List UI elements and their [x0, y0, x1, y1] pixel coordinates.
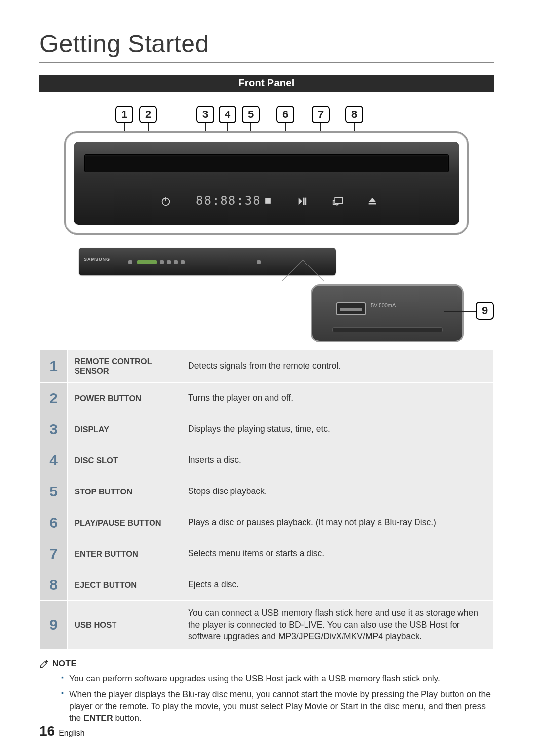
note-list: You can perform software upgrades using … — [39, 673, 494, 724]
row-desc: Selects menu items or starts a disc. — [181, 538, 494, 569]
stop-icon — [263, 196, 273, 208]
row-number: 7 — [40, 538, 68, 569]
row-name: STOP BUTTON — [68, 476, 181, 507]
page-language: English — [59, 729, 84, 738]
table-row: 6PLAY/PAUSE BUTTONPlays a disc or pauses… — [40, 507, 494, 538]
callout-9-lead — [444, 311, 476, 312]
row-name: EJECT BUTTON — [68, 569, 181, 601]
page-footer: 16 English — [39, 723, 85, 739]
enter-icon — [332, 196, 344, 209]
row-name: DISC SLOT — [68, 445, 181, 476]
row-desc: Detects signals from the remote control. — [181, 350, 494, 383]
device-body: 88:88:38 — [74, 142, 459, 225]
row-desc: Plays a disc or pauses playback. (It may… — [181, 507, 494, 538]
row-number: 5 — [40, 476, 68, 507]
power-icon — [160, 196, 171, 209]
front-panel-diagram: 12345678 88:88:38 — [39, 92, 494, 343]
table-row: 2POWER BUTTONTurns the player on and off… — [40, 383, 494, 414]
disc-slot-graphic — [84, 154, 449, 172]
page-number: 16 — [39, 723, 55, 739]
callout-4: 4 — [219, 106, 236, 123]
table-row: 4DISC SLOTInserts a disc. — [40, 445, 494, 476]
callout-2: 2 — [139, 106, 157, 123]
svg-rect-5 — [305, 198, 306, 205]
svg-rect-2 — [265, 198, 271, 204]
svg-rect-6 — [335, 197, 342, 203]
table-row: 7ENTER BUTTONSelects menu items or start… — [40, 538, 494, 569]
section-title-bar: Front Panel — [39, 75, 494, 92]
row-number: 8 — [40, 569, 68, 601]
row-name: POWER BUTTON — [68, 383, 181, 414]
brand-label: SAMSUNG — [84, 257, 110, 262]
enter-strong: ENTER — [83, 713, 113, 723]
callout-5: 5 — [242, 106, 260, 123]
row-desc: Turns the player on and off. — [181, 383, 494, 414]
row-number: 9 — [40, 601, 68, 650]
table-row: 1REMOTE CONTROL SENSORDetects signals fr… — [40, 350, 494, 383]
row-name: USB HOST — [68, 601, 181, 650]
front-panel-table: 1REMOTE CONTROL SENSORDetects signals fr… — [39, 349, 494, 650]
usb-port-icon — [336, 302, 366, 315]
svg-rect-9 — [369, 203, 376, 205]
table-row: 5STOP BUTTONStops disc playback. — [40, 476, 494, 507]
pencil-icon — [39, 659, 49, 669]
usb-port-panel: 5V 500mA — [311, 284, 464, 342]
svg-marker-3 — [299, 198, 302, 205]
callout-3: 3 — [196, 106, 214, 123]
row-desc: Inserts a disc. — [181, 445, 494, 476]
svg-marker-8 — [369, 198, 376, 202]
segment-display: 88:88:38 — [196, 194, 261, 208]
row-number: 2 — [40, 383, 68, 414]
row-number: 3 — [40, 414, 68, 445]
row-desc: You can connect a USB memory flash stick… — [181, 601, 494, 650]
eject-icon — [367, 196, 378, 209]
row-name: PLAY/PAUSE BUTTON — [68, 507, 181, 538]
note-heading: NOTE — [39, 659, 494, 669]
table-row: 8EJECT BUTTONEjects a disc. — [40, 569, 494, 601]
table-row: 3DISPLAYDisplays the playing status, tim… — [40, 414, 494, 445]
callout-9: 9 — [476, 302, 494, 320]
row-name: REMOTE CONTROL SENSOR — [68, 350, 181, 383]
row-name: DISPLAY — [68, 414, 181, 445]
page-title: Getting Started — [39, 30, 494, 63]
callout-8: 8 — [345, 106, 363, 123]
row-number: 1 — [40, 350, 68, 383]
row-name: ENTER BUTTON — [68, 538, 181, 569]
play-pause-icon — [297, 196, 307, 209]
svg-rect-4 — [303, 198, 305, 205]
usb-spec-label: 5V 500mA — [371, 302, 396, 309]
callout-6: 6 — [276, 106, 294, 123]
row-desc: Stops disc playback. — [181, 476, 494, 507]
callout-7: 7 — [312, 106, 330, 123]
device-outline: 88:88:38 — [64, 131, 469, 235]
note-item: You can perform software upgrades using … — [61, 673, 494, 684]
row-desc: Displays the playing status, time, etc. — [181, 414, 494, 445]
row-number: 6 — [40, 507, 68, 538]
table-row: 9USB HOSTYou can connect a USB memory fl… — [40, 601, 494, 650]
note-label: NOTE — [52, 659, 76, 669]
row-number: 4 — [40, 445, 68, 476]
note-item: When the player displays the Blu-ray dis… — [61, 688, 494, 724]
callout-1: 1 — [115, 106, 133, 123]
row-desc: Ejects a disc. — [181, 569, 494, 601]
